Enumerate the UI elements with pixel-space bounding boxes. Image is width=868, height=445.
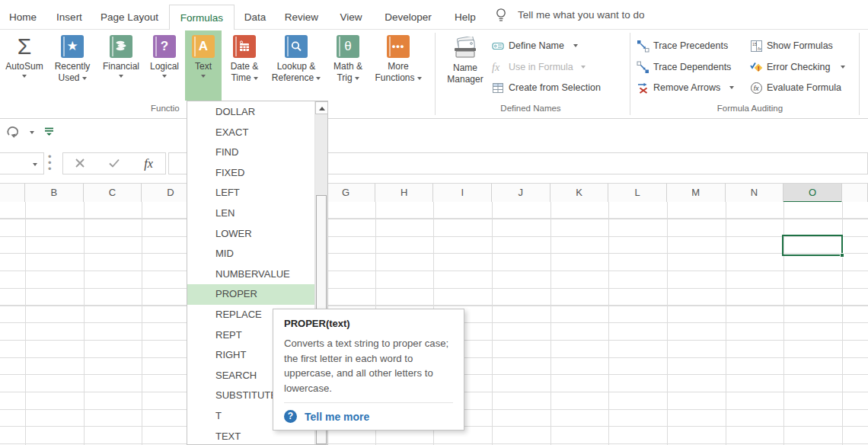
tell-me-more-link[interactable]: Tell me more (305, 411, 369, 423)
more-functions-button[interactable]: ••• More Functions (370, 30, 426, 101)
chevron-down-icon (22, 75, 27, 78)
chevron-down-icon (201, 75, 206, 78)
column-header-N[interactable]: N (726, 184, 784, 203)
show-formulas-button[interactable]: 15fx Show Formulas (750, 37, 833, 54)
math-label-2: Trig (337, 72, 352, 83)
logical-label: Logical (150, 61, 179, 72)
trace-dependents-label: Trace Dependents (653, 62, 731, 72)
column-header-O[interactable]: O (783, 184, 842, 203)
tooltip-title: PROPER(text) (284, 318, 453, 329)
quick-access-toolbar (0, 119, 868, 151)
column-header-I[interactable]: I (433, 184, 492, 203)
tab-page-layout[interactable]: Page Layout (96, 5, 163, 30)
recently-used-button[interactable]: ★ Recently Used (47, 30, 97, 101)
chevron-down-icon (82, 77, 87, 80)
chevron-down-icon (355, 77, 359, 80)
financial-label: Financial (103, 61, 139, 72)
tab-review[interactable]: Review (282, 5, 321, 30)
math-book-theta-icon: θ (337, 35, 359, 58)
lookup-book-magnifier-icon (285, 35, 308, 58)
column-header-M[interactable]: M (667, 184, 726, 203)
name-manager-button[interactable]: Name Manager (442, 30, 489, 101)
tab-view[interactable]: View (333, 5, 369, 30)
enter-check-icon[interactable] (109, 157, 120, 171)
error-checking-icon: ! (750, 61, 763, 74)
date-time-book-calendar-icon (233, 35, 256, 58)
trace-dependents-button[interactable]: Trace Dependents (637, 59, 731, 75)
create-from-selection-label: Create from Selection (509, 82, 601, 93)
tooltip-description: Converts a text string to proper case; t… (284, 336, 453, 395)
name-box[interactable] (0, 152, 44, 174)
use-in-formula-label: Use in Formula (509, 62, 573, 72)
date-time-button[interactable]: Date & Time (223, 30, 266, 101)
error-checking-label: Error Checking (767, 62, 830, 72)
trace-precedents-label: Trace Precedents (653, 40, 728, 51)
more-functions-label-1: More (388, 61, 408, 72)
grid-selection-icon (492, 82, 505, 94)
customize-quick-access-icon[interactable] (44, 126, 54, 139)
menu-item-mid[interactable]: MID (187, 244, 314, 264)
menu-item-proper[interactable]: PROPER (187, 284, 314, 305)
tell-me-search[interactable]: Tell me what you want to do (518, 0, 645, 30)
scroll-up-button[interactable] (315, 101, 328, 114)
tab-help[interactable]: Help (449, 5, 481, 30)
menu-item-numbervalue[interactable]: NUMBERVALUE (187, 264, 314, 285)
insert-function-fx-icon[interactable]: fx (144, 157, 153, 171)
chevron-down-icon (254, 77, 258, 80)
menu-item-len[interactable]: LEN (187, 203, 314, 224)
menu-item-find[interactable]: FIND (187, 142, 314, 163)
column-header-B[interactable]: B (25, 184, 84, 203)
trace-precedents-button[interactable]: Trace Precedents (637, 37, 728, 54)
remove-arrows-button[interactable]: Remove Arrows (637, 79, 734, 96)
tag-icon (492, 40, 505, 53)
financial-button[interactable]: Financial (99, 30, 143, 101)
selected-cell[interactable] (782, 235, 843, 256)
text-button[interactable]: A Text (185, 30, 222, 101)
menu-item-exact[interactable]: EXACT (187, 123, 314, 143)
column-header-C[interactable]: C (84, 184, 142, 203)
lookup-reference-button[interactable]: Lookup & Reference (267, 30, 325, 101)
tab-insert[interactable]: Insert (50, 5, 88, 30)
error-checking-button[interactable]: ! Error Checking (750, 59, 845, 75)
menu-item-left[interactable]: LEFT (187, 183, 314, 203)
remove-arrows-label: Remove Arrows (653, 82, 720, 93)
tab-home[interactable]: Home (6, 5, 40, 30)
formula-bar-row: ••• fx (0, 152, 868, 178)
menu-item-lower[interactable]: LOWER (187, 224, 314, 245)
chevron-down-icon (841, 66, 845, 69)
financial-book-coins-icon (110, 35, 132, 58)
lookup-label-2: Reference (272, 72, 314, 83)
formula-bar-splitter[interactable]: ••• (48, 154, 52, 172)
column-header-J[interactable]: J (492, 184, 550, 203)
tab-developer[interactable]: Developer (381, 5, 436, 30)
column-header-partial[interactable] (0, 184, 25, 203)
group-label-defined-names: Defined Names (481, 104, 580, 113)
chevron-down-icon (573, 44, 578, 47)
cancel-x-icon[interactable] (75, 157, 85, 171)
evaluate-formula-icon: fx (750, 82, 763, 94)
fill-handle[interactable] (840, 253, 844, 258)
evaluate-formula-button[interactable]: fx Evaluate Formula (750, 79, 841, 96)
chevron-down-icon (119, 75, 123, 78)
name-box-dropdown-icon[interactable] (33, 163, 37, 166)
text-book-a-icon: A (192, 35, 215, 58)
math-trig-button[interactable]: θ Math & Trig (327, 30, 369, 101)
column-header-partial[interactable] (842, 184, 868, 203)
sigma-icon: Σ (13, 35, 36, 58)
redo-dropdown-chevron-icon[interactable] (30, 131, 34, 134)
autosum-button[interactable]: Σ AutoSum (3, 30, 46, 101)
menu-item-dollar[interactable]: DOLLAR (187, 102, 314, 123)
create-from-selection-button[interactable]: Create from Selection (492, 79, 601, 96)
define-name-button[interactable]: Define Name (492, 37, 578, 54)
column-header-K[interactable]: K (550, 184, 609, 203)
group-label-function-library: Functio (151, 104, 187, 113)
tab-data[interactable]: Data (239, 5, 271, 30)
recently-used-label-2: Used (58, 72, 79, 83)
tab-formulas[interactable]: Formulas (169, 5, 235, 30)
menu-item-fixed[interactable]: FIXED (187, 163, 314, 184)
logical-button[interactable]: ? Logical (145, 30, 184, 101)
column-header-L[interactable]: L (608, 184, 667, 203)
redo-icon[interactable] (6, 125, 21, 142)
chevron-down-icon (162, 75, 167, 78)
column-header-H[interactable]: H (375, 184, 434, 203)
